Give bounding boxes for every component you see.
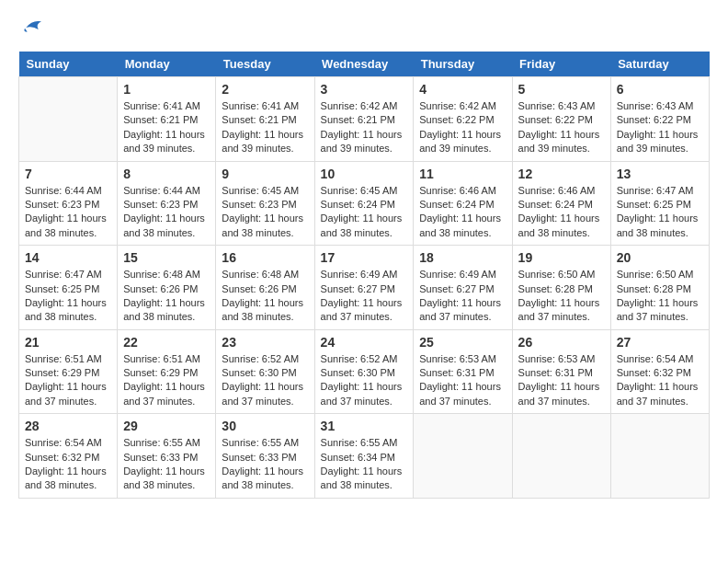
calendar-cell [19,77,118,162]
calendar-cell: 3Sunrise: 6:42 AM Sunset: 6:21 PM Daylig… [314,77,414,162]
day-number: 2 [222,82,308,97]
day-info: Sunrise: 6:43 AM Sunset: 6:22 PM Dayligh… [617,99,703,156]
calendar-header-row: SundayMondayTuesdayWednesdayThursdayFrid… [19,52,710,77]
day-number: 15 [123,250,210,265]
day-info: Sunrise: 6:48 AM Sunset: 6:26 PM Dayligh… [123,268,210,325]
day-number: 27 [617,335,703,350]
day-number: 31 [321,419,408,433]
calendar-cell [610,414,709,499]
day-number: 10 [321,167,408,181]
day-info: Sunrise: 6:41 AM Sunset: 6:21 PM Dayligh… [123,99,210,156]
day-info: Sunrise: 6:41 AM Sunset: 6:21 PM Dayligh… [222,99,308,156]
day-number: 8 [123,167,210,181]
day-info: Sunrise: 6:54 AM Sunset: 6:32 PM Dayligh… [617,352,703,409]
calendar-cell: 14Sunrise: 6:47 AM Sunset: 6:25 PM Dayli… [19,246,118,330]
day-number: 19 [518,250,605,265]
weekday-header-thursday: Thursday [414,52,512,77]
calendar-cell: 9Sunrise: 6:45 AM Sunset: 6:23 PM Daylig… [216,161,314,246]
calendar-cell: 13Sunrise: 6:47 AM Sunset: 6:25 PM Dayli… [610,161,709,246]
day-number: 6 [617,82,703,97]
calendar-cell: 22Sunrise: 6:51 AM Sunset: 6:29 PM Dayli… [118,329,216,414]
calendar-cell: 18Sunrise: 6:49 AM Sunset: 6:27 PM Dayli… [414,246,512,330]
calendar-cell: 20Sunrise: 6:50 AM Sunset: 6:28 PM Dayli… [610,246,709,330]
calendar-cell: 7Sunrise: 6:44 AM Sunset: 6:23 PM Daylig… [19,161,118,246]
day-number: 16 [222,250,308,265]
header [18,18,710,37]
calendar-cell: 19Sunrise: 6:50 AM Sunset: 6:28 PM Dayli… [512,246,610,330]
day-info: Sunrise: 6:53 AM Sunset: 6:31 PM Dayligh… [518,352,605,409]
calendar-cell: 23Sunrise: 6:52 AM Sunset: 6:30 PM Dayli… [216,329,314,414]
day-info: Sunrise: 6:44 AM Sunset: 6:23 PM Dayligh… [123,184,210,241]
day-info: Sunrise: 6:54 AM Sunset: 6:32 PM Dayligh… [25,436,111,493]
calendar-week-4: 21Sunrise: 6:51 AM Sunset: 6:29 PM Dayli… [19,329,710,414]
day-info: Sunrise: 6:52 AM Sunset: 6:30 PM Dayligh… [321,352,408,409]
calendar-cell [414,414,512,499]
day-info: Sunrise: 6:49 AM Sunset: 6:27 PM Dayligh… [321,268,408,325]
calendar-table: SundayMondayTuesdayWednesdayThursdayFrid… [18,52,710,499]
day-number: 17 [321,250,408,265]
day-info: Sunrise: 6:50 AM Sunset: 6:28 PM Dayligh… [617,268,703,325]
day-number: 30 [222,419,308,433]
calendar-week-5: 28Sunrise: 6:54 AM Sunset: 6:32 PM Dayli… [19,414,710,499]
day-info: Sunrise: 6:51 AM Sunset: 6:29 PM Dayligh… [123,352,210,409]
calendar-cell: 5Sunrise: 6:43 AM Sunset: 6:22 PM Daylig… [512,77,610,162]
calendar-week-1: 1Sunrise: 6:41 AM Sunset: 6:21 PM Daylig… [19,77,710,162]
calendar-cell: 21Sunrise: 6:51 AM Sunset: 6:29 PM Dayli… [19,329,118,414]
weekday-header-sunday: Sunday [19,52,118,77]
weekday-header-saturday: Saturday [610,52,709,77]
calendar-body: 1Sunrise: 6:41 AM Sunset: 6:21 PM Daylig… [19,77,710,499]
day-info: Sunrise: 6:55 AM Sunset: 6:34 PM Dayligh… [321,436,408,493]
day-number: 24 [321,335,408,350]
calendar-week-2: 7Sunrise: 6:44 AM Sunset: 6:23 PM Daylig… [19,161,710,246]
calendar-cell: 31Sunrise: 6:55 AM Sunset: 6:34 PM Dayli… [314,414,414,499]
calendar-cell: 28Sunrise: 6:54 AM Sunset: 6:32 PM Dayli… [19,414,118,499]
day-info: Sunrise: 6:55 AM Sunset: 6:33 PM Dayligh… [222,436,308,493]
logo [18,18,50,37]
weekday-header-wednesday: Wednesday [314,52,414,77]
day-number: 5 [518,82,605,97]
day-number: 29 [123,419,210,433]
day-info: Sunrise: 6:45 AM Sunset: 6:24 PM Dayligh… [321,184,408,241]
calendar-cell: 2Sunrise: 6:41 AM Sunset: 6:21 PM Daylig… [216,77,314,162]
calendar-cell: 26Sunrise: 6:53 AM Sunset: 6:31 PM Dayli… [512,329,610,414]
calendar-cell: 16Sunrise: 6:48 AM Sunset: 6:26 PM Dayli… [216,246,314,330]
calendar-cell: 30Sunrise: 6:55 AM Sunset: 6:33 PM Dayli… [216,414,314,499]
day-info: Sunrise: 6:47 AM Sunset: 6:25 PM Dayligh… [617,184,703,241]
calendar-cell: 8Sunrise: 6:44 AM Sunset: 6:23 PM Daylig… [118,161,216,246]
day-number: 14 [25,250,111,265]
day-number: 25 [419,335,506,350]
weekday-header-monday: Monday [118,52,216,77]
day-number: 3 [321,82,408,97]
calendar-cell [512,414,610,499]
day-number: 22 [123,335,210,350]
day-info: Sunrise: 6:47 AM Sunset: 6:25 PM Dayligh… [25,268,111,325]
calendar-week-3: 14Sunrise: 6:47 AM Sunset: 6:25 PM Dayli… [19,246,710,330]
calendar-cell: 12Sunrise: 6:46 AM Sunset: 6:24 PM Dayli… [512,161,610,246]
day-number: 21 [25,335,111,350]
day-number: 11 [419,167,506,181]
day-info: Sunrise: 6:49 AM Sunset: 6:27 PM Dayligh… [419,268,506,325]
day-info: Sunrise: 6:48 AM Sunset: 6:26 PM Dayligh… [222,268,308,325]
day-info: Sunrise: 6:51 AM Sunset: 6:29 PM Dayligh… [25,352,111,409]
day-info: Sunrise: 6:52 AM Sunset: 6:30 PM Dayligh… [222,352,308,409]
day-info: Sunrise: 6:46 AM Sunset: 6:24 PM Dayligh… [419,184,506,241]
day-number: 4 [419,82,506,97]
day-info: Sunrise: 6:44 AM Sunset: 6:23 PM Dayligh… [25,184,111,241]
logo-icon [18,18,46,37]
day-number: 18 [419,250,506,265]
day-info: Sunrise: 6:55 AM Sunset: 6:33 PM Dayligh… [123,436,210,493]
weekday-header-friday: Friday [512,52,610,77]
calendar-cell: 4Sunrise: 6:42 AM Sunset: 6:22 PM Daylig… [414,77,512,162]
day-number: 1 [123,82,210,97]
day-number: 12 [518,167,605,181]
day-number: 7 [25,167,111,181]
day-number: 13 [617,167,703,181]
day-number: 23 [222,335,308,350]
day-info: Sunrise: 6:50 AM Sunset: 6:28 PM Dayligh… [518,268,605,325]
calendar-cell: 11Sunrise: 6:46 AM Sunset: 6:24 PM Dayli… [414,161,512,246]
calendar-cell: 25Sunrise: 6:53 AM Sunset: 6:31 PM Dayli… [414,329,512,414]
day-info: Sunrise: 6:43 AM Sunset: 6:22 PM Dayligh… [518,99,605,156]
day-number: 28 [25,419,111,433]
day-number: 20 [617,250,703,265]
day-info: Sunrise: 6:46 AM Sunset: 6:24 PM Dayligh… [518,184,605,241]
